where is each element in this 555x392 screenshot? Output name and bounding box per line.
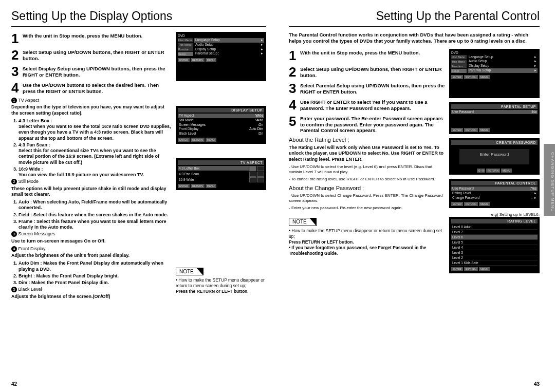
step-text: Select Parental Setup using UP/DOWN butt…	[300, 82, 445, 95]
shot-level: Level 8 Adult	[451, 225, 538, 230]
shot-btn: MENU	[206, 184, 216, 188]
front-display-label: Front Display	[18, 246, 46, 251]
step-text: Use RIGHT or ENTER to select Yes if you …	[300, 98, 445, 111]
shot-opt: 16:9 Wide	[178, 177, 249, 182]
shot-level: Level 7	[451, 230, 538, 235]
radio-icon	[257, 172, 264, 177]
shot-opt: 4:3 Pan Scan	[178, 172, 249, 176]
chevron-right-icon: ▸	[532, 55, 536, 60]
tv-aspect-intro: Depending on the type of television you …	[11, 104, 172, 116]
note-extra: • If you have forgotten your password, s…	[289, 245, 445, 256]
step-num: 4	[289, 98, 300, 111]
shot-btn: ENTER	[178, 58, 190, 62]
shot-val: Wide	[255, 114, 263, 118]
shot-key: Change Password	[452, 196, 531, 200]
about-change-head: About the Change Password ;	[289, 185, 445, 192]
note-box: NOTE	[289, 218, 317, 227]
shot-btn: RETURN	[191, 58, 205, 62]
chevron-right-icon: ▸	[259, 43, 263, 47]
shot-btn: RETURN	[191, 138, 205, 142]
shot-btn: MENU	[206, 138, 216, 142]
li-text: Field : Select this feature when the scr…	[18, 212, 172, 218]
shot-header: PARENTAL SETUP	[451, 104, 538, 109]
about-rating-b2: - To cancel the rating level, use RIGHT …	[289, 177, 445, 182]
shot-key: Rating Level	[452, 191, 531, 196]
shot-tab: Title Menu	[451, 60, 467, 64]
front-display-intro: Adjust the brightness of the unit's fron…	[11, 253, 172, 258]
shot-tab: Setup	[178, 52, 193, 56]
side-tab: CHANGING SETUP MENU	[544, 144, 555, 216]
shot-tab: Title Menu	[178, 43, 193, 47]
screen-messages-text: Use to turn on-screen messages On or Off…	[11, 238, 172, 244]
shot-item: Language Setup	[469, 55, 532, 60]
shot-tab: Disc Menu	[178, 38, 193, 42]
note-text: • How to make the SETUP menu disappear o…	[289, 228, 445, 239]
shot-key: Front Display	[179, 127, 248, 132]
shot-header: RATING LEVEL	[451, 219, 538, 223]
pw-label: Enter Password	[459, 152, 529, 157]
li-head: 4:3 Letter Box :	[18, 118, 52, 123]
shot-btn: RETURN	[464, 267, 478, 271]
note-label: NOTE	[179, 269, 194, 274]
chevron-right-icon: ▸	[259, 51, 263, 56]
front-display-list: Auto Dim : Makes the Front Panel Display…	[11, 260, 172, 286]
shot-btn: MENU	[501, 169, 512, 173]
shot-item: Display Setup	[195, 47, 259, 52]
step-text: Select Setup using UP/DOWN buttons, then…	[23, 48, 172, 62]
shot-val: Auto Dim	[249, 127, 263, 132]
screenshot-tv-aspect: TV ASPECT 4:3 Letter Box 4:3 Pan Scan 16…	[176, 158, 266, 190]
shot-item: Language Setup	[195, 38, 259, 43]
li-text: Auto : When selecting Auto, Field/Frame …	[18, 199, 172, 211]
shot-btn: ENTER	[178, 184, 190, 188]
about-rating-head: About the Rating Level ;	[289, 137, 445, 144]
shot-tag: DVD	[451, 51, 458, 54]
shot-level: Level 2	[451, 255, 538, 260]
screenshot-parental-setup: PARENTAL SETUP Use Password: No ENTERRET…	[449, 102, 540, 135]
radio-icon	[249, 177, 256, 182]
shot-btn: RETURN	[464, 202, 478, 206]
shot-key: Screen Messages	[179, 123, 258, 127]
li-text: Bright : Makes the Front Panel Display b…	[18, 273, 172, 279]
shot-level: Level 4	[451, 245, 538, 250]
shot-item: Display Setup	[469, 64, 532, 68]
shot-val: On	[258, 132, 263, 136]
chevron-right-icon: ▸	[532, 59, 536, 64]
shot-val: No	[532, 110, 536, 115]
shot-tab: Function	[178, 47, 193, 51]
step-text: Select Display Setup using UP/DOWN butto…	[23, 65, 172, 78]
still-mode-intro: These options will help prevent picture …	[11, 186, 172, 198]
about-change-b2: - Enter your new password. Re-enter the …	[289, 206, 445, 211]
shot-btn: RETURN	[486, 169, 500, 173]
circled-1-icon: 1	[11, 98, 17, 103]
radio-icon	[249, 172, 256, 177]
shot-level: Level 6	[451, 235, 538, 240]
shot-tab: Setup	[451, 69, 467, 73]
tv-aspect-list: 4:3 Letter Box :Select when you want to …	[11, 118, 172, 178]
chevron-right-icon: ▸	[532, 68, 536, 73]
rule	[289, 26, 540, 27]
circled-5-icon: 5	[11, 287, 17, 292]
shot-tag: DVD	[178, 34, 185, 38]
screenshot-create-password: CREATE PASSWORD Enter Password - - - - 0…	[449, 138, 540, 175]
shot-btn: 0 - 9	[477, 169, 485, 173]
chevron-right-icon: ▸	[259, 38, 263, 43]
shot-key: TV Aspect	[179, 114, 254, 118]
note-line: Press the RETURN or LEFT button.	[176, 289, 266, 294]
shot-header: PARENTAL CONTROL	[451, 181, 538, 185]
screenshot-rating-level: RATING LEVEL Level 8 Adult Level 7 Level…	[449, 217, 540, 273]
step-text: Use the UP/DOWN buttons to select the de…	[23, 81, 172, 95]
shot-tab: Function	[451, 64, 467, 68]
shot-val: Yes	[531, 186, 536, 191]
shot-btn: ENTER	[178, 138, 190, 142]
shot-btn: ENTER	[451, 202, 463, 206]
step-text: Enter your password. The Re-enter Passwo…	[300, 115, 445, 134]
li-text: Dim : Makes the Front Panel Display dim.	[18, 280, 172, 286]
note-bullet: How to make the SETUP menu disappear or …	[176, 277, 265, 288]
shot-btn: RETURN	[464, 128, 478, 132]
chevron-right-icon: ▸	[532, 191, 536, 196]
shot-btn: MENU	[479, 75, 490, 79]
shot-tab: Disc Menu	[451, 55, 467, 59]
li-text: You can view the full 16:9 picture on yo…	[18, 172, 144, 177]
left-screenshots: DVD Disc Menu Title Menu Function Setup …	[176, 32, 266, 302]
shot-btn: RETURN	[464, 75, 478, 79]
